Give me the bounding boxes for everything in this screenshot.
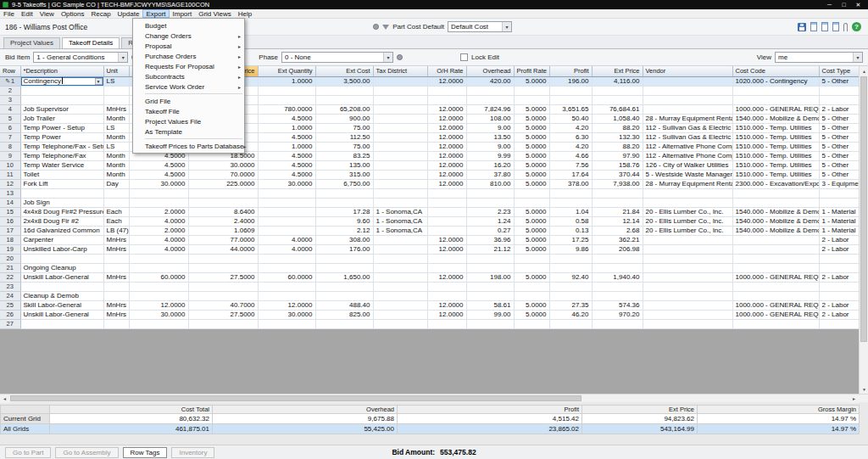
cell-desc[interactable]: Carpenter (20, 235, 103, 244)
cell-ct[interactable]: 5 - Other (819, 151, 859, 160)
cell-pr[interactable]: 5.0000 (514, 207, 549, 216)
cell-tax[interactable] (373, 244, 427, 254)
cell-vendor[interactable] (643, 76, 732, 86)
cell-unit[interactable]: LS (103, 123, 129, 132)
grid-row-header[interactable]: 23 (0, 282, 20, 291)
cell-extq[interactable] (258, 95, 315, 104)
cell-profit[interactable]: 92.40 (549, 272, 592, 282)
cell-desc[interactable]: Cleanup & Demob (20, 291, 103, 300)
cell-extq[interactable] (258, 198, 315, 207)
cell-price[interactable]: 225.0000 (188, 179, 258, 188)
cell-pr[interactable]: 5.0000 (514, 123, 549, 132)
cell-desc[interactable] (20, 282, 103, 291)
cell-unit[interactable]: Month (103, 151, 129, 160)
cell-ct[interactable]: 5 - Other (819, 142, 859, 151)
save-icon[interactable] (798, 23, 806, 31)
col-header-profit[interactable]: Profit (549, 66, 592, 76)
grid-row-header[interactable]: 18 (0, 235, 20, 244)
menu-item-takeoff-prices-to-parts-database[interactable]: Takeoff Prices to Parts Database▸ (133, 141, 244, 151)
cell-vendor[interactable]: 28 - Murray Equipment Rentals (643, 179, 732, 188)
cell-desc[interactable]: Job Sign (20, 198, 103, 207)
cell-cc[interactable] (732, 282, 819, 291)
cell-price[interactable] (188, 188, 258, 198)
cell-oh[interactable]: 16.20 (466, 160, 514, 170)
cell-extp[interactable]: 970.20 (592, 310, 643, 319)
col-header-ext-cost[interactable]: Ext Cost (315, 66, 373, 76)
menu-item-requests-for-proposal[interactable]: Requests For Proposal▸ (133, 61, 244, 71)
cell-oh[interactable] (466, 282, 514, 291)
cell-extq[interactable] (258, 216, 315, 226)
cell-tax[interactable] (373, 160, 427, 170)
cell-tax[interactable] (373, 254, 427, 263)
cell-tax[interactable] (373, 291, 427, 300)
cell-unit[interactable] (103, 254, 129, 263)
cell-extp[interactable] (592, 86, 643, 95)
grid-row-header[interactable]: 17 (0, 226, 20, 235)
cell-unit[interactable]: MnHrs (103, 300, 129, 310)
cell-vendor[interactable] (643, 319, 732, 328)
chevron-down-icon[interactable]: ▾ (502, 22, 511, 31)
cell-tax[interactable] (373, 95, 427, 104)
cell-extq[interactable] (258, 254, 315, 263)
grid-row-header[interactable]: 11 (0, 170, 20, 179)
cell-pr[interactable] (514, 198, 549, 207)
cell-ohr[interactable] (427, 216, 466, 226)
grid-row-header[interactable]: 20 (0, 254, 20, 263)
cell-pr[interactable]: 5.0000 (514, 160, 549, 170)
cell-unit[interactable]: MnHrs (103, 310, 129, 319)
cell-extq[interactable] (258, 263, 315, 272)
cell-profit[interactable]: 50.40 (549, 114, 592, 123)
cell-unit[interactable]: MnHrs (103, 272, 129, 282)
cell-oh[interactable]: 420.00 (466, 76, 514, 86)
menubar-item-options[interactable]: Options (58, 9, 88, 18)
cell-extq[interactable]: 780.0000 (258, 104, 315, 114)
cell-extp[interactable]: 4,116.00 (592, 76, 643, 86)
cell-vendor[interactable] (643, 291, 732, 300)
cell-ohr[interactable] (427, 319, 466, 328)
cell-tax[interactable] (373, 263, 427, 272)
cell-desc[interactable]: Unskill Labor-General (20, 272, 103, 282)
grid-row-header[interactable]: 16 (0, 216, 20, 226)
cell-cc[interactable]: 2300.000 - Excavation/Export/Fill (732, 179, 819, 188)
cell-ohr[interactable] (427, 226, 466, 235)
cell-ohr[interactable]: 12.0000 (427, 272, 466, 282)
cell-vendor[interactable] (643, 244, 732, 254)
cell-ohr[interactable]: 12.0000 (427, 235, 466, 244)
cell-profit[interactable] (549, 319, 592, 328)
grid-row-header[interactable]: 12 (0, 179, 20, 188)
cell-oh[interactable]: 1.24 (466, 216, 514, 226)
cell-tax[interactable] (373, 198, 427, 207)
cell-oh[interactable]: 108.00 (466, 114, 514, 123)
cell-desc[interactable]: Temp Telephone/Fax - Setup (20, 142, 103, 151)
chevron-down-icon[interactable]: ▾ (118, 53, 127, 62)
cell-price[interactable] (188, 319, 258, 328)
vertical-scroll-thumb[interactable] (860, 76, 867, 342)
col-header-unit[interactable]: Unit (103, 66, 129, 76)
cell-desc[interactable]: 2x4x8 Doug Fir #2 (20, 216, 103, 226)
cell-unit[interactable]: LS (103, 142, 129, 151)
cell-extc[interactable] (315, 319, 373, 328)
cell-tax[interactable] (373, 76, 427, 86)
cell-profit[interactable]: 9.86 (549, 244, 592, 254)
row-tags-button[interactable]: Row Tags (123, 447, 168, 458)
cell-tq[interactable]: 60.0000 (129, 272, 188, 282)
cell-tq[interactable]: 4.0000 (129, 244, 188, 254)
report-icon[interactable] (810, 22, 817, 31)
cell-desc[interactable]: 4x4x8 Doug Fir#2 Pressure Treat... (20, 207, 103, 216)
cell-vendor[interactable] (643, 95, 732, 104)
cell-cc[interactable]: 1540.000 - Mobilize & Demobilize (732, 226, 819, 235)
cell-tax[interactable] (373, 282, 427, 291)
col-header-ext-quantity[interactable]: Ext Quantity (258, 66, 315, 76)
cell-pr[interactable]: 5.0000 (514, 142, 549, 151)
cell-pr[interactable]: 5.0000 (514, 235, 549, 244)
cell-oh[interactable] (466, 95, 514, 104)
cell-price[interactable]: 27.5000 (188, 272, 258, 282)
cell-extp[interactable]: 362.21 (592, 235, 643, 244)
cell-ohr[interactable] (427, 95, 466, 104)
cell-tq[interactable] (129, 188, 188, 198)
cell-unit[interactable]: MnHrs (103, 235, 129, 244)
cell-price[interactable]: 40.7000 (188, 300, 258, 310)
cell-ohr[interactable]: 12.0000 (427, 244, 466, 254)
cell-pr[interactable]: 5.0000 (514, 272, 549, 282)
cell-tax[interactable] (373, 170, 427, 179)
